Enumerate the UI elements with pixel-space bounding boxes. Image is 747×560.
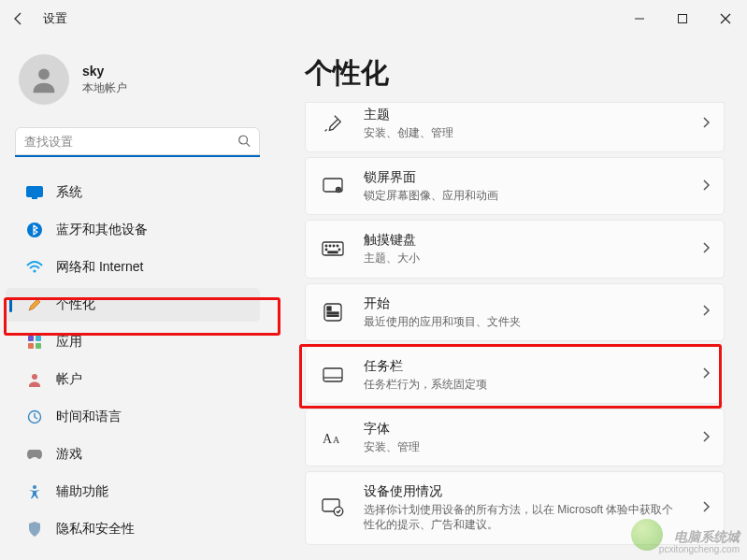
apps-icon xyxy=(26,334,43,351)
card-start[interactable]: 开始 最近使用的应用和项目、文件夹 xyxy=(305,283,725,341)
display-icon xyxy=(26,184,43,201)
sidebar-item-time[interactable]: 时间和语言 xyxy=(6,400,260,434)
page-title: 个性化 xyxy=(305,54,725,93)
titlebar: 设置 xyxy=(0,0,747,37)
card-taskbar[interactable]: 任务栏 任务栏行为，系统固定项 xyxy=(305,346,725,404)
brush-icon xyxy=(321,113,345,134)
sidebar-item-label: 蓝牙和其他设备 xyxy=(56,222,148,238)
shield-icon xyxy=(26,521,43,538)
svg-rect-1 xyxy=(679,15,687,23)
svg-point-13 xyxy=(32,374,37,380)
avatar xyxy=(19,54,69,105)
svg-rect-6 xyxy=(32,197,37,199)
sidebar-item-label: 辅助功能 xyxy=(56,483,108,500)
card-title: 触摸键盘 xyxy=(364,232,682,249)
search-container xyxy=(15,127,260,157)
svg-rect-18 xyxy=(338,189,339,191)
card-title: 主题 xyxy=(364,107,682,123)
card-subtitle: 任务栏行为，系统固定项 xyxy=(364,377,682,392)
person-icon xyxy=(28,64,60,95)
card-subtitle: 安装、创建、管理 xyxy=(364,125,682,140)
sidebar-item-personalization[interactable]: 个性化 xyxy=(6,288,260,322)
chevron-right-icon xyxy=(701,304,711,320)
svg-rect-12 xyxy=(36,343,41,349)
card-subtitle: 安装、管理 xyxy=(364,439,682,454)
sidebar-item-label: 帐户 xyxy=(56,371,82,388)
main: 个性化 主题 安装、创建、管理 锁屏界面 锁定屏幕图像、应用和动画 xyxy=(280,37,747,560)
card-title: 开始 xyxy=(364,295,682,312)
sidebar-item-apps[interactable]: 应用 xyxy=(6,325,260,359)
sidebar-item-accounts[interactable]: 帐户 xyxy=(6,363,260,396)
sidebar-item-label: 游戏 xyxy=(56,446,82,463)
svg-rect-29 xyxy=(327,312,338,313)
svg-rect-26 xyxy=(328,251,338,253)
person-icon xyxy=(26,371,43,388)
sidebar-item-label: 时间和语言 xyxy=(56,409,122,425)
svg-rect-28 xyxy=(327,307,331,310)
svg-point-24 xyxy=(325,250,327,251)
svg-rect-10 xyxy=(36,336,41,341)
window-title: 设置 xyxy=(43,10,67,27)
maximize-icon xyxy=(677,13,688,24)
sidebar-item-label: 个性化 xyxy=(56,296,95,313)
card-lockscreen[interactable]: 锁屏界面 锁定屏幕图像、应用和动画 xyxy=(305,157,725,215)
card-text: 任务栏 任务栏行为，系统固定项 xyxy=(364,358,682,392)
sidebar: sky 本地帐户 系统 蓝牙和其他设备 网络和 Internet xyxy=(0,37,280,560)
svg-text:A: A xyxy=(323,432,333,446)
sidebar-item-gaming[interactable]: 游戏 xyxy=(6,438,260,471)
chevron-right-icon xyxy=(701,366,711,382)
svg-rect-11 xyxy=(28,343,34,349)
maximize-button[interactable] xyxy=(661,0,704,37)
svg-text:A: A xyxy=(333,435,340,445)
chevron-right-icon xyxy=(701,116,711,132)
card-title: 锁屏界面 xyxy=(364,169,682,186)
card-subtitle: 选择你计划使用设备的所有方法，以在 Microsoft 体验中获取个性化的提示、… xyxy=(364,502,682,532)
sidebar-item-label: 网络和 Internet xyxy=(56,259,143,276)
sidebar-item-system[interactable]: 系统 xyxy=(6,176,260,209)
card-subtitle: 最近使用的应用和项目、文件夹 xyxy=(364,314,682,329)
svg-point-22 xyxy=(333,246,335,248)
sidebar-item-label: 应用 xyxy=(56,334,82,351)
minimize-button[interactable] xyxy=(618,0,661,37)
card-deviceusage[interactable]: 设备使用情况 选择你计划使用设备的所有方法，以在 Microsoft 体验中获取… xyxy=(305,471,725,544)
card-touchkeyboard[interactable]: 触摸键盘 主题、大小 xyxy=(305,220,725,278)
card-subtitle: 锁定屏幕图像、应用和动画 xyxy=(364,188,682,203)
svg-rect-30 xyxy=(327,315,338,316)
nav: 系统 蓝牙和其他设备 网络和 Internet 个性化 应用 帐户 xyxy=(6,176,269,546)
card-themes[interactable]: 主题 安装、创建、管理 xyxy=(305,102,725,152)
card-text: 锁屏界面 锁定屏幕图像、应用和动画 xyxy=(364,169,682,203)
card-text: 开始 最近使用的应用和项目、文件夹 xyxy=(364,295,682,329)
svg-point-20 xyxy=(325,246,327,248)
profile[interactable]: sky 本地帐户 xyxy=(6,54,269,105)
accessibility-icon xyxy=(26,483,43,500)
back-button[interactable] xyxy=(0,0,37,37)
lockscreen-icon xyxy=(321,178,345,194)
profile-text: sky 本地帐户 xyxy=(82,64,127,96)
card-text: 设备使用情况 选择你计划使用设备的所有方法，以在 Microsoft 体验中获取… xyxy=(364,483,682,532)
svg-rect-9 xyxy=(28,336,34,341)
svg-point-2 xyxy=(38,68,50,79)
sidebar-item-label: 隐私和安全性 xyxy=(56,521,135,538)
sidebar-item-privacy[interactable]: 隐私和安全性 xyxy=(6,512,260,546)
svg-rect-5 xyxy=(26,186,43,197)
sidebar-item-label: 系统 xyxy=(56,184,82,201)
sidebar-item-bluetooth[interactable]: 蓝牙和其他设备 xyxy=(6,213,260,247)
chevron-right-icon xyxy=(701,241,711,257)
sidebar-item-accessibility[interactable]: 辅助功能 xyxy=(6,475,260,509)
card-text: 字体 安装、管理 xyxy=(364,421,682,454)
sidebar-item-network[interactable]: 网络和 Internet xyxy=(6,251,260,284)
close-icon xyxy=(720,13,731,24)
gamepad-icon xyxy=(26,446,43,463)
card-fonts[interactable]: AA 字体 安装、管理 xyxy=(305,409,725,467)
taskbar-icon xyxy=(321,367,345,382)
card-title: 字体 xyxy=(364,421,682,438)
start-icon xyxy=(321,303,345,322)
card-title: 设备使用情况 xyxy=(364,483,682,500)
close-button[interactable] xyxy=(704,0,747,37)
svg-rect-31 xyxy=(323,368,342,381)
card-title: 任务栏 xyxy=(364,358,682,375)
svg-point-15 xyxy=(33,485,36,489)
paintbrush-icon xyxy=(26,296,43,313)
search-input[interactable] xyxy=(15,127,260,157)
account-type: 本地帐户 xyxy=(82,80,127,96)
